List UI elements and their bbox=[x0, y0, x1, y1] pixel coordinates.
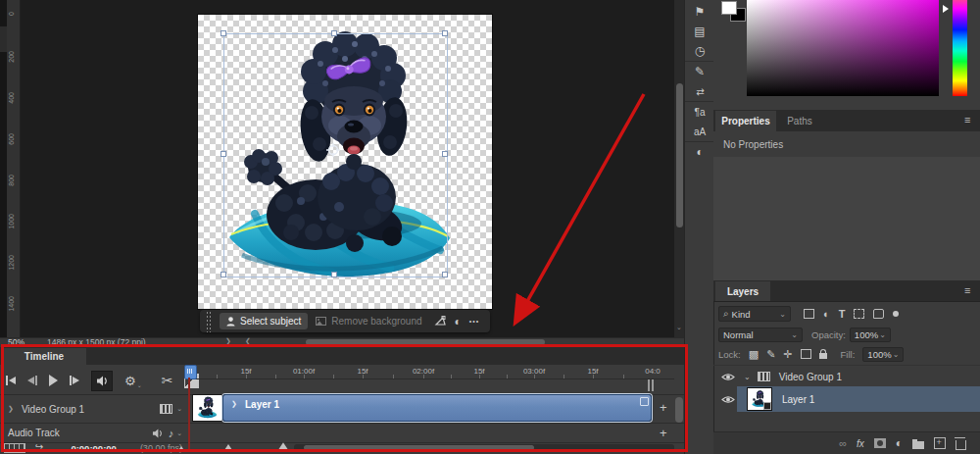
timeline-tab[interactable]: Timeline bbox=[2, 348, 86, 365]
frame-flip-icon[interactable] bbox=[4, 443, 25, 453]
fill-field[interactable]: 100% ⌄ bbox=[862, 347, 904, 362]
share-icon[interactable]: ⚑ bbox=[685, 2, 714, 22]
adjustment-layer-icon[interactable]: ◐ bbox=[896, 436, 903, 450]
transform-handle-nw[interactable] bbox=[220, 30, 226, 36]
paths-tab[interactable]: Paths bbox=[780, 111, 819, 131]
visibility-eye-icon[interactable] bbox=[721, 395, 735, 404]
filter-shape-icon[interactable] bbox=[854, 309, 864, 319]
glyphs-icon[interactable]: aA bbox=[685, 122, 714, 141]
color-field[interactable] bbox=[747, 0, 939, 96]
group-expand-icon[interactable]: ⌄ bbox=[744, 373, 751, 381]
hscroll-left-icon[interactable]: ❮ bbox=[245, 337, 251, 345]
transform-handle-n[interactable] bbox=[331, 30, 337, 36]
filter-adjustment-icon[interactable]: ◐ bbox=[823, 308, 830, 320]
layers-menu-icon[interactable]: ≡ bbox=[964, 284, 970, 296]
transform-handle-s[interactable] bbox=[331, 272, 337, 277]
layers-tab[interactable]: Layers bbox=[715, 281, 770, 301]
layer-style-icon[interactable]: fx bbox=[857, 438, 864, 449]
zoom-level-field[interactable]: 50% bbox=[8, 337, 24, 347]
taskbar-grip-handle[interactable] bbox=[206, 311, 212, 332]
crop-transform-icon[interactable] bbox=[434, 316, 447, 328]
filter-smart-object-icon[interactable] bbox=[873, 309, 884, 319]
timeline-zoom-out-icon[interactable] bbox=[178, 446, 184, 450]
delete-layer-icon[interactable] bbox=[956, 440, 966, 450]
transform-handle-e[interactable] bbox=[442, 151, 448, 157]
canvas-vscroll-thumb[interactable] bbox=[676, 83, 683, 227]
transform-handle-ne[interactable] bbox=[442, 30, 448, 36]
hue-slider[interactable] bbox=[953, 0, 967, 96]
visibility-eye-icon[interactable] bbox=[721, 373, 735, 381]
mute-audio-button[interactable] bbox=[91, 371, 113, 391]
scroll-down-icon[interactable]: ⌄ bbox=[676, 324, 682, 331]
blend-mode-value: Normal bbox=[723, 329, 754, 340]
timeline-hscroll-thumb[interactable] bbox=[304, 445, 534, 450]
lock-transparency-icon[interactable]: ▩ bbox=[749, 348, 759, 361]
brushes-icon[interactable]: ⇄ bbox=[685, 81, 714, 101]
lock-all-icon[interactable] bbox=[819, 353, 827, 359]
lock-position-icon[interactable]: ✛ bbox=[783, 348, 792, 361]
track-menu-caret-icon[interactable]: ⌄ bbox=[176, 429, 182, 437]
add-video-track-button[interactable]: + bbox=[660, 400, 667, 415]
new-layer-icon[interactable] bbox=[934, 437, 946, 449]
split-clip-button[interactable]: ✂ bbox=[162, 373, 173, 388]
track-menu-caret-icon[interactable]: ⌄ bbox=[176, 405, 182, 413]
select-subject-button[interactable]: Select subject bbox=[220, 313, 308, 329]
play-button[interactable] bbox=[49, 375, 58, 386]
next-frame-button[interactable] bbox=[70, 376, 79, 385]
disclosure-icon[interactable]: ❯ bbox=[8, 405, 14, 413]
status-expand-icon[interactable]: ❯ bbox=[225, 337, 231, 345]
link-layers-icon[interactable]: ∞ bbox=[839, 437, 847, 449]
clip-thumbnail[interactable] bbox=[192, 394, 222, 422]
timeline-zoom-in-icon[interactable] bbox=[278, 442, 288, 450]
canvas-hscroll-thumb[interactable] bbox=[306, 339, 545, 345]
transform-handle-sw[interactable] bbox=[220, 272, 226, 277]
character-icon[interactable]: ¶a bbox=[685, 102, 714, 122]
filter-type-icon[interactable]: T bbox=[839, 308, 846, 320]
canvas-vscrollbar[interactable]: ⌄ bbox=[674, 0, 684, 337]
lock-pixels-icon[interactable]: ✎ bbox=[766, 348, 775, 361]
new-group-icon[interactable] bbox=[912, 441, 924, 449]
render-video-icon[interactable]: ↪ bbox=[35, 441, 43, 452]
blend-mode-dropdown[interactable]: Normal ⌄ bbox=[718, 328, 803, 342]
music-note-icon[interactable]: ♪ bbox=[169, 428, 174, 439]
libraries-icon[interactable]: ▤ bbox=[685, 22, 714, 41]
layer-row-video-group[interactable]: ⌄ Video Group 1 bbox=[713, 365, 980, 387]
layer-filter-dropdown[interactable]: ⌕ Kind ⌄ bbox=[718, 306, 791, 322]
properties-menu-icon[interactable]: ≡ bbox=[964, 114, 970, 126]
transform-handle-w[interactable] bbox=[220, 151, 226, 157]
foreground-color-swatch[interactable] bbox=[721, 1, 737, 15]
adjustments-icon[interactable]: ◐ bbox=[685, 142, 714, 162]
reference-point-icon[interactable] bbox=[326, 143, 340, 157]
go-to-first-frame-button[interactable] bbox=[6, 376, 16, 385]
timeline-zoom-slider-handle[interactable] bbox=[224, 444, 232, 450]
playhead[interactable] bbox=[184, 365, 197, 379]
add-mask-icon[interactable] bbox=[874, 438, 886, 448]
timeline-settings-button[interactable]: ⚙ ⌄ bbox=[124, 374, 142, 388]
timeline-clip-layer1[interactable]: ❯ Layer 1 bbox=[222, 394, 652, 422]
work-area-end-marker[interactable] bbox=[648, 379, 654, 391]
remove-background-button[interactable]: Remove background bbox=[316, 316, 421, 327]
speaker-icon[interactable] bbox=[152, 429, 163, 438]
opacity-field[interactable]: 100% ⌄ bbox=[850, 328, 891, 342]
audio-track-header[interactable]: Audio Track ♪ ⌄ bbox=[0, 424, 190, 442]
video-group-track-header[interactable]: ❯ Video Group 1 ⌄ bbox=[0, 395, 190, 423]
filter-pin-icon[interactable] bbox=[893, 311, 899, 317]
add-audio-track-button[interactable]: + bbox=[660, 426, 667, 440]
lock-artboard-icon[interactable] bbox=[801, 349, 811, 359]
history-icon[interactable]: ◷ bbox=[685, 41, 714, 61]
fill-value: 100% bbox=[867, 349, 891, 360]
brush-settings-icon[interactable]: ✎ bbox=[685, 62, 714, 81]
previous-frame-button[interactable] bbox=[27, 376, 37, 385]
timeline-vscroll-thumb[interactable] bbox=[675, 397, 683, 423]
layer-thumbnail[interactable] bbox=[747, 387, 772, 411]
filter-image-icon[interactable] bbox=[804, 309, 814, 319]
timeline-hscrollbar[interactable] bbox=[294, 444, 674, 451]
properties-tab[interactable]: Properties bbox=[715, 111, 776, 131]
clip-disclosure-icon[interactable]: ❯ bbox=[231, 400, 237, 408]
adjustments-icon[interactable]: ◐ bbox=[455, 315, 462, 328]
transform-handle-se[interactable] bbox=[442, 272, 448, 277]
layer-row-layer1[interactable]: Layer 1 bbox=[713, 386, 980, 412]
timeline-ruler[interactable]: 15f 01:00f 15f 02:00f 15f 03:00f 15f 04:… bbox=[192, 365, 674, 379]
taskbar-more-icon[interactable]: ••• bbox=[469, 318, 479, 325]
filmstrip-icon[interactable] bbox=[160, 404, 172, 414]
